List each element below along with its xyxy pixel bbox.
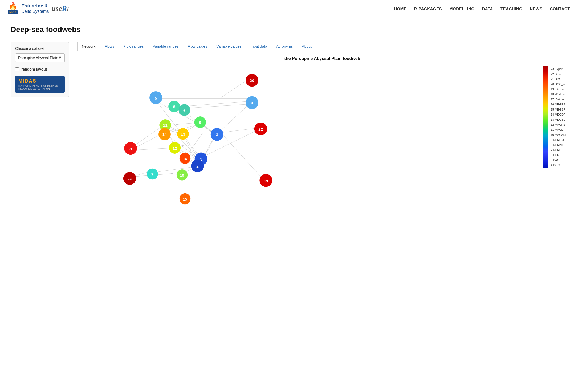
- logo-title: Estuarine &: [21, 3, 49, 9]
- main-layout: Choose a dataset: Porcupine Abyssal Plai…: [11, 42, 567, 213]
- tab-variable-ranges[interactable]: Variable ranges: [148, 42, 183, 51]
- midas-title: MIDAS: [18, 78, 62, 84]
- svg-line-16: [153, 167, 194, 173]
- svg-text:4: 4: [251, 101, 253, 105]
- svg-text:20: 20: [250, 78, 254, 83]
- logo-area: 🔥 NIOZ Estuarine & Delta Systems useR!: [8, 3, 69, 14]
- svg-text:16: 16: [183, 157, 187, 161]
- page-title: Deep-sea foodwebs: [11, 25, 567, 34]
- legend-item-13: 13 MEGSDF: [551, 117, 567, 122]
- svg-line-29: [220, 79, 249, 98]
- tab-flow-values[interactable]: Flow values: [183, 42, 212, 51]
- legend-labels: 23 Export 22 Burial 21 DIC 20 DOC_w 19 r…: [551, 66, 567, 168]
- svg-text:5: 5: [155, 96, 157, 100]
- legend-item-15: 15 MEGSF: [551, 107, 567, 112]
- dataset-select[interactable]: Porcupine Abyssal Plain: [15, 53, 65, 62]
- tabs-bar: Network Flows Flow ranges Variable range…: [77, 42, 567, 51]
- random-layout-checkbox[interactable]: [15, 67, 19, 71]
- legend-item-12: 12 MACPS: [551, 122, 567, 127]
- legend-area: 23 Export 22 Burial 21 DIC 20 DOC_w 19 r…: [543, 66, 567, 168]
- svg-line-22: [221, 133, 264, 180]
- svg-text:22: 22: [258, 127, 263, 132]
- svg-text:15: 15: [183, 197, 187, 201]
- legend-item-5: 5 BAC: [551, 157, 567, 162]
- svg-text:21: 21: [129, 147, 133, 151]
- tab-input-data[interactable]: Input data: [246, 42, 272, 51]
- tab-flow-ranges[interactable]: Flow ranges: [119, 42, 148, 51]
- network-svg-container: 20 4 22 5 8: [77, 66, 538, 213]
- legend-item-6: 6 FOR: [551, 152, 567, 157]
- legend-gradient: [543, 66, 548, 168]
- svg-text:12: 12: [173, 146, 177, 150]
- legend-item-4: 4 DOC: [551, 162, 567, 168]
- nav-news[interactable]: NEWS: [530, 6, 542, 11]
- tab-acronyms[interactable]: Acronyms: [272, 42, 297, 51]
- legend-item-11: 11 MACDF: [551, 127, 567, 132]
- page-content: Deep-sea foodwebs Choose a dataset: Porc…: [0, 17, 578, 221]
- svg-line-21: [221, 128, 258, 133]
- legend-item-7: 7 NEMSF: [551, 147, 567, 152]
- tab-about[interactable]: About: [297, 42, 316, 51]
- legend-item-20: 20 DOC_w: [551, 81, 567, 87]
- legend-item-21: 21 DIC: [551, 76, 567, 81]
- legend-item-17: 17 lDet_w: [551, 97, 567, 102]
- logo-text: Estuarine & Delta Systems: [21, 3, 49, 14]
- svg-line-5: [182, 104, 249, 108]
- nav-modelling[interactable]: MODELLING: [449, 6, 475, 11]
- svg-text:8: 8: [173, 104, 176, 109]
- legend-item-23: 23 Export: [551, 66, 567, 71]
- svg-text:11: 11: [163, 123, 168, 128]
- sidebar: Choose a dataset: Porcupine Abyssal Plai…: [11, 42, 69, 213]
- user-r-logo: useR!: [51, 4, 69, 13]
- svg-text:2: 2: [196, 164, 199, 168]
- choose-dataset-label: Choose a dataset:: [15, 46, 65, 51]
- midas-subtitle: Managing Impacts of Deep Sea Resource Ex…: [18, 84, 62, 91]
- tab-variable-values[interactable]: Variable values: [212, 42, 246, 51]
- legend-item-10: 10 MACSDF: [551, 132, 567, 137]
- nioz-badge: NIOZ: [8, 10, 18, 14]
- network-viz: 20 4 22 5 8: [77, 66, 567, 213]
- svg-text:23: 23: [128, 177, 132, 181]
- network-title: the Porcupine Abyssal Plain foodweb: [77, 56, 567, 61]
- random-layout-text: random layout: [21, 67, 47, 71]
- nav-r-packages[interactable]: R-PACKAGES: [414, 6, 442, 11]
- network-svg: 20 4 22 5 8: [77, 66, 296, 212]
- svg-text:14: 14: [162, 132, 167, 137]
- svg-text:13: 13: [181, 132, 185, 136]
- sidebar-box: Choose a dataset: Porcupine Abyssal Plai…: [11, 42, 69, 97]
- tab-network[interactable]: Network: [77, 42, 100, 51]
- legend-item-19: 19 rDet_w: [551, 87, 567, 92]
- legend-item-14: 14 MEGDF: [551, 112, 567, 117]
- svg-text:10: 10: [180, 173, 184, 177]
- svg-line-20: [219, 104, 249, 132]
- dataset-select-wrapper: Porcupine Abyssal Plain ▼: [15, 53, 65, 62]
- svg-line-26: [133, 148, 173, 150]
- header: 🔥 NIOZ Estuarine & Delta Systems useR! H…: [0, 0, 578, 17]
- legend-item-9: 9 NEMPO: [551, 137, 567, 142]
- nav-teaching[interactable]: TEACHING: [500, 6, 522, 11]
- main-nav: HOME R-PACKAGES MODELLING DATA TEACHING …: [394, 6, 570, 11]
- svg-text:9: 9: [199, 120, 201, 125]
- svg-text:7: 7: [151, 172, 154, 177]
- nav-contact[interactable]: CONTACT: [550, 6, 570, 11]
- tab-flows[interactable]: Flows: [100, 42, 119, 51]
- tabs-content: Network Flows Flow ranges Variable range…: [77, 42, 567, 213]
- legend-item-22: 22 Burial: [551, 71, 567, 76]
- midas-banner[interactable]: MIDAS Managing Impacts of Deep Sea Resou…: [15, 76, 65, 93]
- legend-item-16: 16 MEGPS: [551, 102, 567, 107]
- nav-data[interactable]: DATA: [482, 6, 493, 11]
- nav-home[interactable]: HOME: [394, 6, 406, 11]
- legend-item-18: 18 sDet_w: [551, 92, 567, 97]
- svg-text:19: 19: [264, 179, 268, 183]
- random-layout-label[interactable]: random layout: [15, 67, 65, 71]
- svg-text:3: 3: [216, 132, 218, 137]
- network-tab-content: the Porcupine Abyssal Plain foodweb: [77, 56, 567, 213]
- svg-text:6: 6: [183, 108, 186, 113]
- legend-item-8: 8 NEMNF: [551, 142, 567, 147]
- logo-subtitle: Delta Systems: [21, 9, 49, 14]
